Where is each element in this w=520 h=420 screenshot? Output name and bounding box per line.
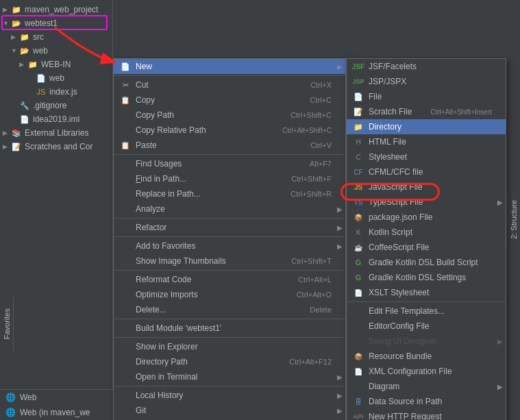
sub-swing: Swing UI Designer ▶ (347, 334, 506, 349)
tree-item-ext-libs[interactable]: ▶ 📚 External Libraries (0, 126, 112, 140)
sub-http-request[interactable]: API New HTTP Request (347, 409, 506, 420)
sub-stylesheet[interactable]: C Stylesheet (347, 149, 506, 164)
sub-cfml[interactable]: CF CFML/CFC file (347, 164, 506, 180)
sub-gradle-settings[interactable]: G Gradle Kotlin DSL Settings (347, 270, 506, 285)
sub-jsf[interactable]: JSF JSF/Facelets (347, 59, 506, 74)
sub-kotlin[interactable]: K Kotlin Script (347, 225, 506, 240)
tree-item-maven[interactable]: ▶ 📁 maven_web_project (0, 3, 112, 16)
sub-directory[interactable]: 📁 Directory (347, 119, 506, 134)
menu-build-module[interactable]: Build Module 'webtest1' (114, 321, 345, 336)
menu-analyze[interactable]: Analyze ▶ (114, 201, 345, 217)
sub-edit-templates[interactable]: Edit File Templates... (347, 304, 506, 319)
separator (114, 236, 345, 237)
tree-item-scratches[interactable]: ▶ 📝 Scratches and Cor (0, 140, 112, 153)
menu-analyze-label: Analyze (136, 204, 332, 214)
menu-add-favorites[interactable]: Add to Favorites ▶ (114, 238, 345, 254)
sub-js[interactable]: JS JavaScript File (347, 180, 506, 195)
menu-copy[interactable]: 📋 Copy Ctrl+C (114, 92, 345, 108)
sub-gradle-build[interactable]: G Gradle Kotlin DSL Build Script (347, 255, 506, 270)
tree-item-index-js[interactable]: ▶ JS index.js (25, 85, 112, 99)
sub-js-label: JavaScript File (369, 182, 492, 192)
menu-reformat[interactable]: Reformat Code Ctrl+Alt+L (114, 272, 345, 287)
tree-label: External Libraries (25, 128, 88, 138)
sub-css-label: Stylesheet (369, 152, 492, 162)
sub-coffee[interactable]: ☕ CoffeeScript File (347, 240, 506, 255)
tree-item-gitignore[interactable]: ▶ 🔧 .gitignore (8, 99, 112, 112)
arrow-icon: ▼ (3, 20, 11, 27)
sub-editorconfig[interactable]: EditorConfig File (347, 319, 506, 334)
separator (114, 270, 345, 271)
sub-file[interactable]: 📄 File (347, 89, 506, 104)
refactor-arrow: ▶ (337, 224, 343, 232)
menu-history-label: Local History (136, 391, 332, 400)
separator (114, 154, 345, 155)
menu-new[interactable]: 📄 New ▶ (114, 59, 345, 74)
sub-xslt[interactable]: 📄 XSLT Stylesheet (347, 285, 506, 300)
tree-item-src[interactable]: ▶ 📁 src (8, 30, 112, 44)
sub-package-json[interactable]: 📦 package.json File (347, 210, 506, 225)
menu-copy-relative-path[interactable]: Copy Relative Path Ctrl+Alt+Shift+C (114, 123, 345, 138)
menu-copy-path[interactable]: Copy Path Ctrl+Shift+C (114, 108, 345, 123)
tree-item-webinf[interactable]: ▶ 📁 WEB-IN (16, 58, 112, 71)
sub-resource-bundle[interactable]: 📦 Resource Bundle (347, 349, 506, 364)
menu-git[interactable]: Git ▶ (114, 403, 345, 418)
menu-open-terminal[interactable]: Open in Terminal ▶ (114, 369, 345, 384)
tree-item-web[interactable]: ▼ 📂 web (8, 44, 112, 58)
tree-item-web-file[interactable]: ▶ 📄 web (25, 71, 112, 85)
paste-shortcut: Ctrl+V (310, 141, 332, 149)
sub-ts[interactable]: TS TypeScript File ▶ (347, 195, 506, 210)
web-maven-tab[interactable]: 🌐 Web (in maven_we (0, 405, 113, 420)
terminal-icon (119, 371, 132, 382)
menu-show-explorer[interactable]: Show in Explorer (114, 339, 345, 354)
pkg-icon: 📦 (352, 212, 364, 223)
web-tab[interactable]: 🌐 Web (0, 390, 113, 405)
sub-rb-label: Resource Bundle (369, 351, 492, 361)
history-icon (119, 390, 132, 401)
sub-swing-label: Swing UI Designer (369, 336, 492, 346)
menu-show-thumbnails[interactable]: Show Image Thumbnails Ctrl+Shift+T (114, 254, 345, 269)
jsf-icon: JSF (352, 61, 364, 72)
sidebar: ▶ 📁 maven_web_project ▼ 📂 webtest1 ▶ 📁 s… (0, 0, 113, 420)
menu-cut[interactable]: ✂ Cut Ctrl+X (114, 77, 345, 92)
menu-find-in-path[interactable]: Find in Path... Ctrl+Shift+F (114, 171, 345, 186)
structure-tab[interactable]: 2: Structure (506, 192, 520, 247)
js-icon: JS (36, 86, 47, 97)
db-icon: 🗄 (352, 396, 364, 407)
sub-data-source[interactable]: 🗄 Data Source in Path (347, 394, 506, 409)
tree-item-iml[interactable]: ▶ 📄 idea2019.iml (8, 112, 112, 126)
sub-jsp[interactable]: JSP JSP/JSPX (347, 74, 506, 89)
structure-label: 2: Structure (510, 200, 518, 239)
dir-icon: 📁 (352, 121, 364, 132)
file-icon: 📄 (352, 91, 364, 102)
swing-icon (352, 336, 364, 347)
libs-icon: 📚 (11, 127, 22, 138)
menu-paste[interactable]: 📋 Paste Ctrl+V (114, 138, 345, 153)
sub-scratch[interactable]: 📝 Scratch File Ctrl+Alt+Shift+Insert (347, 104, 506, 119)
delete-shortcut: Delete (310, 306, 332, 314)
menu-copy-path-label: Copy Path (136, 110, 277, 120)
menu-replace-in-path[interactable]: Replace in Path... Ctrl+Shift+R (114, 186, 345, 201)
scratch-shortcut: Ctrl+Alt+Shift+Insert (430, 108, 492, 116)
favorites-tab[interactable]: Favorites (0, 297, 14, 351)
analyze-icon (119, 203, 132, 214)
menu-refactor[interactable]: Refactor ▶ (114, 220, 345, 235)
menu-find-usages[interactable]: Find Usages Alt+F7 (114, 156, 345, 171)
sub-xml-config[interactable]: 📄 XML Configuration File (347, 364, 506, 379)
sub-html[interactable]: H HTML File (347, 134, 506, 149)
cut-icon: ✂ (119, 79, 132, 90)
menu-optimize[interactable]: Optimize Imports Ctrl+Alt+O (114, 287, 345, 302)
menu-delete[interactable]: Delete... Delete (114, 302, 345, 317)
optimize-shortcut: Ctrl+Alt+O (297, 291, 332, 299)
menu-local-history[interactable]: Local History ▶ (114, 388, 345, 403)
sub-diagram[interactable]: Diagram ▶ (347, 379, 506, 394)
menu-dir-path[interactable]: Directory Path Ctrl+Alt+F12 (114, 354, 345, 369)
new-icon: 📄 (119, 61, 132, 72)
history-arrow: ▶ (337, 392, 343, 399)
scratch-icon: 📝 (352, 106, 364, 117)
sub-db-label: Data Source in Path (369, 397, 492, 406)
menu-cut-label: Cut (136, 80, 297, 90)
tree-item-webtest1[interactable]: ▼ 📂 webtest1 (0, 16, 112, 30)
menu-git-label: Git (136, 406, 332, 415)
fav-icon (119, 240, 132, 251)
scratches-icon: 📝 (11, 141, 22, 152)
